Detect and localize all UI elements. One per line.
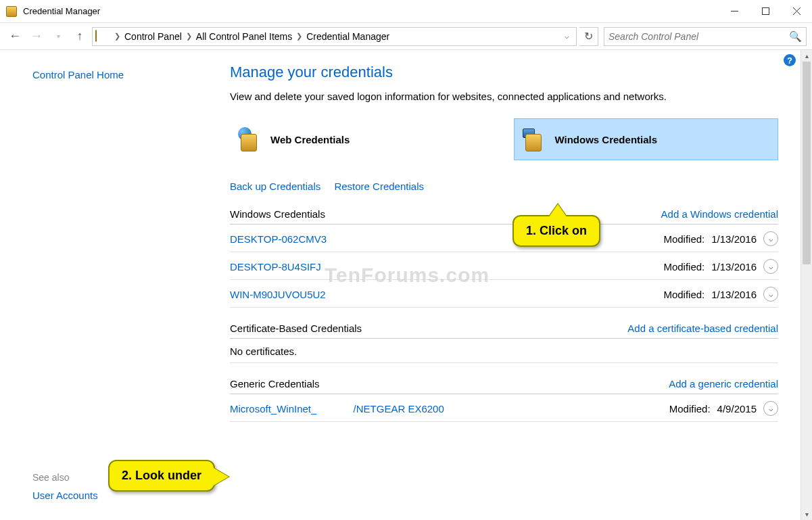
scrollbar-thumb[interactable] [803,62,811,264]
titlebar: Credential Manager [0,0,812,23]
svg-rect-0 [731,11,738,11]
credential-name: Microsoft_WinInet_ /NETGEAR EX6200 [230,403,444,415]
see-also: See also User Accounts [32,472,98,506]
modified-date: 1/13/2016 [711,261,757,273]
modified-date: 1/13/2016 [711,289,757,300]
vertical-scrollbar[interactable]: ▴ ▾ [801,50,812,520]
callout-text: 1. Click on [526,224,587,237]
chevron-down-icon[interactable]: ⌵ [565,32,569,41]
breadcrumb-item[interactable]: Control Panel [124,31,182,42]
expand-icon[interactable]: ⌵ [763,231,778,246]
window-controls [719,1,812,22]
svg-rect-1 [762,8,769,15]
control-panel-home-link[interactable]: Control Panel Home [32,69,223,80]
search-input[interactable] [608,31,789,42]
annotation-callout-1: 1. Click on [512,215,600,247]
breadcrumb-item[interactable]: All Control Panel Items [196,31,292,42]
navbar: ← → ▾ ↑ ❯ Control Panel ❯ All Control Pa… [0,23,812,50]
section-certificate-credentials: Certificate-Based Credentials Add a cert… [230,323,778,363]
section-generic-credentials: Generic Credentials Add a generic creden… [230,378,778,422]
credential-row[interactable]: Microsoft_WinInet_ /NETGEAR EX6200 Modif… [230,394,778,422]
up-button[interactable]: ↑ [70,27,89,46]
sidebar: Control Panel Home See also User Account… [0,50,223,520]
scroll-up-icon[interactable]: ▴ [801,50,812,62]
tab-windows-credentials[interactable]: Windows Credentials [514,118,779,160]
modified-label: Modified: [663,233,704,245]
app-icon [5,5,18,18]
section-title: Certificate-Based Credentials [230,323,362,334]
credential-name: DESKTOP-062CMV3 [230,233,327,245]
modified-date: 1/13/2016 [711,233,757,245]
annotation-callout-2: 2. Look under [108,460,215,492]
window-title: Credential Manager [23,6,719,16]
modified-label: Modified: [663,261,704,273]
main-content: ? Manage your credentials View and delet… [223,50,812,520]
breadcrumb[interactable]: ❯ Control Panel ❯ All Control Panel Item… [92,27,577,46]
credential-row[interactable]: DESKTOP-8U4SIFJ Modified: 1/13/2016 ⌵ [230,252,778,280]
minimize-button[interactable] [719,1,750,22]
chevron-right-icon: ❯ [186,32,192,41]
no-certificates-text: No certificates. [230,339,778,363]
modified-label: Modified: [663,289,704,300]
help-icon[interactable]: ? [784,54,796,66]
page-subtitle: View and delete your saved logon informa… [230,91,778,102]
backup-credentials-link[interactable]: Back up Credentials [230,181,320,192]
action-links: Back up Credentials Restore Credentials [230,181,778,192]
see-also-label: See also [32,472,98,483]
restore-credentials-link[interactable]: Restore Credentials [334,181,424,192]
back-button[interactable]: ← [5,27,24,46]
windows-credentials-icon [521,126,548,153]
credential-name: WIN-M90JUVOU5U2 [230,289,326,300]
breadcrumb-item[interactable]: Credential Manager [306,31,389,42]
tab-label: Windows Credentials [555,134,658,145]
credential-name: DESKTOP-8U4SIFJ [230,261,321,273]
scroll-down-icon[interactable]: ▾ [801,509,812,520]
callout-text: 2. Look under [122,469,201,482]
credential-row[interactable]: WIN-M90JUVOU5U2 Modified: 1/13/2016 ⌵ [230,280,778,308]
add-certificate-credential-link[interactable]: Add a certificate-based credential [627,323,778,334]
page-heading: Manage your credentials [230,64,778,81]
modified-date: 4/9/2015 [717,403,757,415]
expand-icon[interactable]: ⌵ [763,287,778,302]
recent-dropdown[interactable]: ▾ [49,27,68,46]
close-button[interactable] [781,1,812,22]
breadcrumb-icon [95,30,108,43]
add-generic-credential-link[interactable]: Add a generic credential [669,378,778,389]
expand-icon[interactable]: ⌵ [763,401,778,416]
expand-icon[interactable]: ⌵ [763,259,778,274]
modified-label: Modified: [669,403,711,415]
refresh-button[interactable]: ↻ [579,27,598,46]
credential-row[interactable]: DESKTOP-062CMV3 Modified: 1/13/2016 ⌵ [230,224,778,252]
maximize-button[interactable] [750,1,781,22]
section-windows-credentials: Windows Credentials Add a Windows creden… [230,208,778,308]
section-title: Windows Credentials [230,208,325,220]
add-windows-credential-link[interactable]: Add a Windows credential [661,208,778,220]
search-box[interactable]: 🔍 [604,27,807,46]
forward-button[interactable]: → [27,27,46,46]
search-icon[interactable]: 🔍 [789,30,802,43]
chevron-right-icon: ❯ [114,32,120,41]
user-accounts-link[interactable]: User Accounts [32,490,98,501]
web-credentials-icon [237,126,264,153]
tab-web-credentials[interactable]: Web Credentials [230,118,494,160]
section-title: Generic Credentials [230,378,320,389]
chevron-right-icon: ❯ [296,32,302,41]
tab-label: Web Credentials [270,134,350,145]
